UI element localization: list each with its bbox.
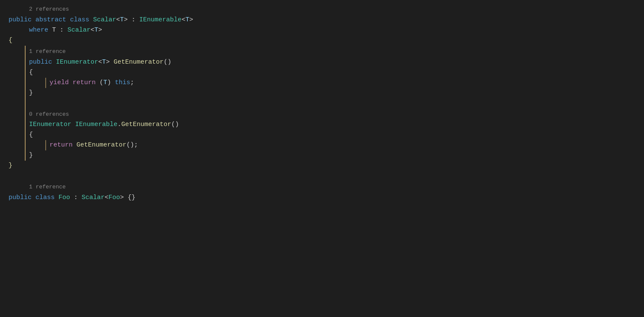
code-line-line-close-brace-3: } — [0, 150, 644, 161]
code-line-line-where: where T : Scalar<T> — [0, 25, 644, 35]
code-line-line-close-brace-1: } — [0, 161, 644, 171]
method1-body-bar — [45, 78, 46, 88]
code-line-line-yield: yield return (T) this; — [0, 78, 644, 88]
code-content: 2 referencespublic abstract class Scalar… — [0, 0, 644, 206]
ref-label-line-ref2: 0 references — [0, 109, 644, 120]
code-line-line-close-brace-2: } — [0, 88, 644, 98]
ref-label-line-ref1: 1 reference — [0, 46, 644, 57]
ref-label-line-ref3: 1 reference — [0, 181, 644, 193]
code-line-line-class-decl: public abstract class Scalar<T> : IEnume… — [0, 15, 644, 25]
code-line-line-open-brace-2: { — [0, 68, 644, 78]
code-line-line-return: return GetEnumerator(); — [0, 140, 644, 150]
empty-line-line-empty2 — [0, 171, 644, 181]
ref-label-line-references-top: 2 references — [0, 3, 644, 15]
code-line-line-open-brace-3: { — [0, 130, 644, 140]
code-line-line-foo: public class Foo : Scalar<Foo> {} — [0, 193, 644, 203]
code-line-line-method2-sig: IEnumerator IEnumerable.GetEnumerator() — [0, 120, 644, 130]
code-editor: 2 referencespublic abstract class Scalar… — [0, 0, 644, 317]
class-body-bar — [25, 46, 26, 161]
code-line-line-open-brace-1: { — [0, 35, 644, 46]
method2-body-bar — [45, 140, 46, 150]
empty-line-line-empty1 — [0, 98, 644, 109]
code-line-line-method1-sig: public IEnumerator<T> GetEnumerator() — [0, 57, 644, 68]
